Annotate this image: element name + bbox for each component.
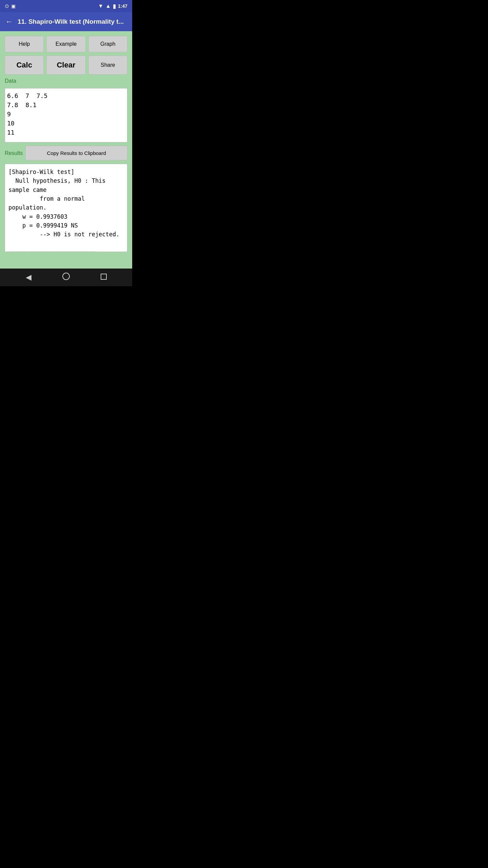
back-button[interactable]: ← [5,17,13,26]
data-label: Data [5,78,127,84]
home-circle-icon [62,273,70,280]
graph-button[interactable]: Graph [88,36,127,52]
circle-icon: ⊙ [5,3,9,9]
button-row-1: Help Example Graph [5,36,127,52]
wifi-icon: ▼ [98,3,103,9]
battery-icon: ▮ [113,3,116,9]
button-row-2: Calc Clear Share [5,56,127,75]
nav-home-button[interactable] [60,270,73,285]
example-button[interactable]: Example [46,36,85,52]
signal-icon: ▲ [105,3,111,9]
nav-back-button[interactable]: ◀ [23,270,34,284]
time-display: 1:47 [118,3,127,9]
sim-icon: ▣ [11,3,16,9]
results-label: Results [5,150,23,156]
data-input[interactable] [5,88,127,142]
copy-results-button[interactable]: Copy Results to Clipboard [25,146,127,160]
status-bar-left: ⊙ ▣ [5,3,16,9]
help-button[interactable]: Help [5,36,44,52]
results-row: Results Copy Results to Clipboard [5,146,127,160]
app-bar-title: 11. Shapiro-Wilk test (Normality t... [18,18,127,25]
main-content: Help Example Graph Calc Clear Share Data… [0,31,132,269]
share-button[interactable]: Share [88,56,127,75]
clear-button[interactable]: Clear [46,56,85,75]
results-output[interactable] [5,164,127,252]
app-bar: ← 11. Shapiro-Wilk test (Normality t... [0,12,132,31]
status-bar: ⊙ ▣ ▼ ▲ ▮ 1:47 [0,0,132,12]
nav-recent-button[interactable] [98,270,109,284]
calc-button[interactable]: Calc [5,56,44,75]
recent-square-icon [101,274,107,280]
bottom-nav: ◀ [0,269,132,286]
status-bar-right: ▼ ▲ ▮ 1:47 [98,3,127,9]
